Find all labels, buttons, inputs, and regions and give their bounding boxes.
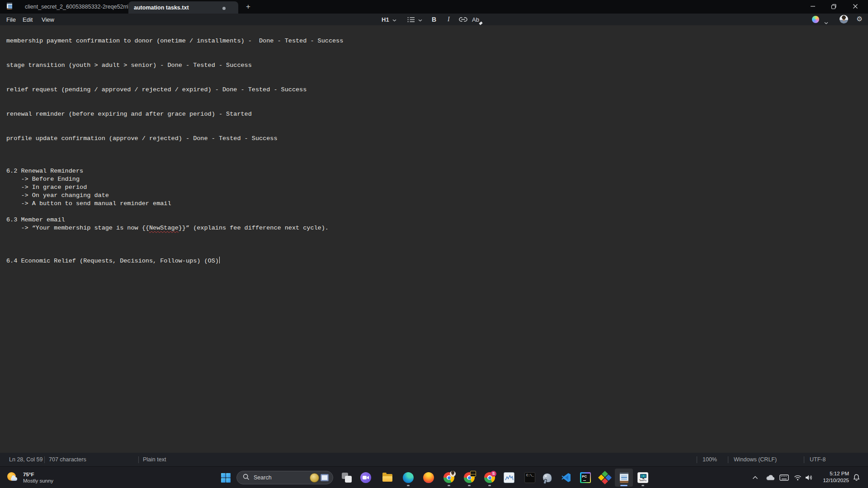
tray-show-hidden-icons[interactable] bbox=[749, 469, 761, 487]
taskbar-taskpro[interactable]: TaskPro bbox=[634, 469, 652, 487]
taskbar-chrome-chip[interactable] bbox=[460, 469, 478, 487]
active-running-indicator bbox=[620, 485, 627, 486]
editor-line bbox=[6, 208, 868, 216]
chevron-up-icon bbox=[752, 476, 758, 479]
chevron-down-icon bbox=[418, 15, 422, 23]
taskbar-terminal[interactable]: C:\_ bbox=[521, 469, 539, 487]
tab-automation-tasks[interactable]: automation tasks.txt bbox=[128, 1, 238, 14]
tab-client-secret[interactable]: client_secret_2_60053885332-2reqe52rrib bbox=[16, 0, 128, 14]
taskbar-file-explorer[interactable] bbox=[378, 469, 396, 487]
clock-time: 5:12 PM bbox=[823, 470, 849, 477]
start-button[interactable] bbox=[217, 469, 235, 487]
search-highlight-frame-icon bbox=[321, 474, 329, 481]
editor-content: membership payment confirmation to donor… bbox=[0, 25, 868, 265]
tray-onedrive[interactable] bbox=[764, 469, 776, 487]
clear-formatting-label: Ab bbox=[472, 16, 479, 23]
copilot-icon[interactable] bbox=[812, 16, 819, 23]
editor-line: membership payment confirmation to donor… bbox=[6, 37, 868, 45]
taskbar-chat[interactable] bbox=[357, 469, 375, 487]
editor-line: renewal reminder (before expiring and af… bbox=[6, 110, 868, 118]
close-button[interactable] bbox=[846, 0, 864, 13]
title-bar: client_secret_2_60053885332-2reqe52rrib … bbox=[0, 0, 868, 14]
tray-wifi[interactable] bbox=[792, 469, 803, 487]
taskbar-firefox[interactable] bbox=[420, 469, 438, 487]
character-count: 707 characters bbox=[49, 456, 86, 463]
clear-formatting-button[interactable]: Ab bbox=[472, 15, 479, 24]
profile-badge-icon bbox=[450, 471, 456, 477]
text-caret bbox=[219, 257, 220, 263]
weather-sun-icon bbox=[7, 472, 19, 483]
menu-item-file[interactable]: File bbox=[4, 15, 19, 24]
search-highlight-medal-icon bbox=[310, 473, 319, 483]
settings-gear-icon[interactable]: ⚙ bbox=[857, 15, 863, 23]
list-style-button[interactable] bbox=[407, 15, 422, 24]
graph-icon bbox=[504, 472, 514, 483]
running-indicator bbox=[468, 485, 471, 486]
editor-line bbox=[6, 53, 868, 61]
taskpro-icon: TaskPro bbox=[637, 472, 648, 483]
zoom-level[interactable]: 100% bbox=[703, 456, 717, 463]
text-editor[interactable]: membership payment confirmation to donor… bbox=[0, 25, 868, 453]
search-box[interactable]: Search bbox=[236, 471, 333, 484]
weather-widget[interactable]: 75°F Mostly sunny bbox=[7, 469, 53, 487]
task-view-button[interactable] bbox=[338, 469, 356, 487]
taskbar-vscode[interactable] bbox=[557, 469, 575, 487]
colored-diamonds-icon bbox=[599, 472, 611, 483]
editor-line: 6.4 Economic Relief (Requests, Decisions… bbox=[6, 257, 868, 265]
bold-button[interactable]: B bbox=[432, 15, 436, 24]
cloud-icon bbox=[766, 474, 775, 481]
taskbar-postgresql[interactable] bbox=[538, 469, 556, 487]
separator bbox=[728, 456, 728, 463]
wifi-icon bbox=[794, 475, 802, 481]
separator bbox=[44, 456, 45, 463]
italic-button[interactable]: I bbox=[448, 15, 450, 24]
menu-item-view[interactable]: View bbox=[39, 15, 57, 24]
encoding[interactable]: UTF-8 bbox=[810, 456, 826, 463]
search-icon bbox=[243, 474, 250, 482]
keyboard-icon bbox=[779, 474, 789, 481]
chrome-icon bbox=[464, 472, 475, 483]
editor-line bbox=[6, 143, 868, 151]
link-button[interactable] bbox=[458, 15, 468, 24]
chevron-down-icon bbox=[392, 16, 396, 23]
line-ending[interactable]: Windows (CRLF) bbox=[734, 456, 777, 463]
editor-line: profile update confirmation (approve / r… bbox=[6, 135, 868, 143]
tray-clock[interactable]: 5:12 PM 12/10/2025 bbox=[823, 470, 849, 484]
taskbar-performance-monitor[interactable] bbox=[500, 469, 518, 487]
edge-icon bbox=[403, 472, 414, 483]
editor-line: -> In grace period bbox=[6, 183, 868, 192]
editor-line: 6.2 Renewal Reminders bbox=[6, 167, 868, 175]
editor-line bbox=[6, 240, 868, 249]
restore-button[interactable] bbox=[825, 0, 843, 13]
taskbar-chrome-profile[interactable] bbox=[440, 469, 458, 487]
windows-logo-icon bbox=[221, 473, 231, 483]
tray-touch-keyboard[interactable] bbox=[778, 469, 790, 487]
taskbar-notepad[interactable] bbox=[615, 469, 633, 487]
menu-item-edit[interactable]: Edit bbox=[20, 15, 35, 24]
editor-line bbox=[6, 232, 868, 240]
running-indicator bbox=[448, 485, 450, 486]
tray-volume[interactable] bbox=[803, 469, 815, 487]
editor-line bbox=[6, 159, 868, 167]
list-icon bbox=[407, 17, 415, 23]
speaker-icon bbox=[805, 474, 813, 481]
tray-notifications[interactable] bbox=[850, 469, 862, 487]
account-avatar[interactable] bbox=[840, 15, 848, 23]
taskbar: 75°F Mostly sunny Search bbox=[0, 466, 868, 488]
new-tab-button[interactable]: + bbox=[242, 1, 254, 12]
editor-line bbox=[6, 151, 868, 159]
chrome-icon: S bbox=[484, 472, 495, 483]
taskbar-edge[interactable] bbox=[399, 469, 417, 487]
heading-style-button[interactable]: H1 bbox=[382, 15, 396, 24]
link-icon bbox=[458, 17, 468, 22]
taskbar-pycharm[interactable]: PC bbox=[576, 469, 594, 487]
notepad-icon bbox=[620, 473, 628, 483]
document-type: Plain text bbox=[143, 456, 166, 463]
search-label: Search bbox=[254, 474, 310, 481]
misspelled-word: NewStage bbox=[149, 225, 179, 231]
taskbar-chrome-s[interactable]: S bbox=[481, 469, 499, 487]
taskbar-devcpp[interactable] bbox=[596, 469, 614, 487]
tab-label: client_secret_2_60053885332-2reqe52rrib bbox=[16, 4, 128, 10]
minimize-button[interactable] bbox=[804, 0, 822, 13]
postgresql-elephant-icon bbox=[542, 473, 552, 483]
